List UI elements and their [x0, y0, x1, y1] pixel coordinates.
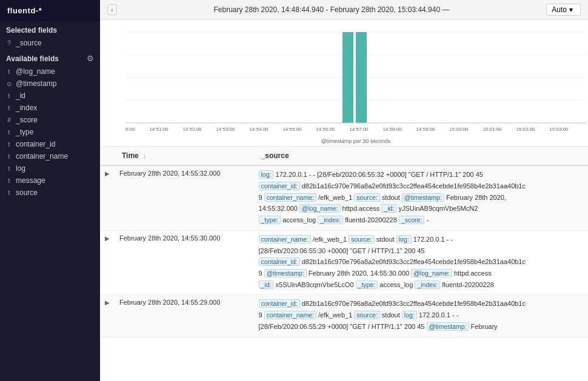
- field-type-source: ?: [6, 40, 12, 47]
- sidebar-field-type[interactable]: t _type: [0, 126, 100, 138]
- table-row: ▶ February 28th 2020, 14:55:30.000 conta…: [100, 230, 588, 295]
- app-title: fluentd-*: [0, 0, 100, 21]
- chart-wrap: 2 1.5 1 0.5 0 14:5: [107, 25, 581, 146]
- sidebar-field-container-id[interactable]: t container_id: [0, 138, 100, 150]
- time-cell-2: February 28th 2020, 14:55:30.000: [115, 230, 254, 295]
- auto-label: Auto: [552, 5, 567, 14]
- sort-arrow-icon: ↓: [142, 151, 146, 160]
- col-time-header: Time ↓: [115, 147, 254, 165]
- field-type-timestamp: ⊙: [6, 81, 12, 87]
- field-type-log: t: [6, 165, 12, 172]
- expand-cell-3[interactable]: ▶: [100, 295, 115, 337]
- expand-cell-1[interactable]: ▶: [100, 165, 115, 230]
- log-line-row2-4: 9 @timestamp: February 28th 2020, 14:55:…: [259, 268, 583, 279]
- log-line-row3-3: [28/Feb/2020:06:55:29 +0000] "GET / HTTP…: [259, 322, 583, 332]
- results-area: Time ↓ _source ▶ February 28th 2020, 14:…: [100, 147, 588, 381]
- field-name-type: _type: [16, 128, 33, 136]
- field-name-index: _index: [16, 104, 37, 112]
- field-name-log-name: @log_name: [16, 67, 55, 76]
- col-source-header: _source: [254, 147, 588, 165]
- source-cell-2: container_name: /efk_web_1 source: stdou…: [254, 230, 588, 295]
- field-name-source2: source: [16, 188, 38, 197]
- field-name-container-id: container_id: [16, 140, 55, 148]
- svg-text:@timestamp per 30 seconds: @timestamp per 30 seconds: [321, 138, 391, 144]
- container-name-badge-2: container_name:: [259, 235, 311, 244]
- id-badge-2: _id:: [259, 280, 274, 289]
- log-line-1: log: 172.20.0.1 - - [28/Feb/2020:06:55:3…: [259, 170, 583, 180]
- log-line-row2-5: _id: x5SUinAB9cqmVbe5LcO0 _type: access_…: [259, 280, 583, 290]
- sidebar: fluentd-* Selected fields ? _source Avai…: [0, 0, 100, 381]
- auto-select-dropdown[interactable]: Auto ▾: [546, 4, 581, 16]
- top-bar: ‹ February 28th 2020, 14:48:44.940 - Feb…: [100, 0, 588, 20]
- field-type-score: #: [6, 117, 12, 124]
- field-type-message: t: [6, 177, 12, 184]
- field-type-index: t: [6, 105, 12, 111]
- chart-svg: 2 1.5 1 0.5 0 14:5: [125, 25, 588, 146]
- container-name-badge-3: container_name:: [264, 311, 316, 319]
- field-type-log-name: t: [6, 68, 12, 75]
- container-name-badge-1: container_name:: [264, 193, 316, 202]
- container-id-badge-1: container_id:: [259, 182, 300, 190]
- sidebar-field-source[interactable]: ? _source: [0, 37, 100, 49]
- dropdown-arrow-icon: ▾: [569, 5, 573, 14]
- field-name-id: _id: [16, 91, 25, 100]
- log-badge-3: log:: [402, 311, 417, 319]
- timestamp-badge-3: @timestamp:: [427, 322, 469, 331]
- svg-text:14:58:00: 14:58:00: [383, 127, 402, 132]
- gear-icon[interactable]: ⚙: [87, 54, 94, 63]
- svg-text:14:56:00: 14:56:00: [316, 127, 335, 132]
- index-badge-1: _index:: [318, 216, 343, 224]
- container-id-badge-3: container_id:: [259, 299, 300, 308]
- sidebar-field-source[interactable]: t source: [0, 187, 100, 199]
- source-badge-2: source:: [349, 235, 374, 244]
- log-line-5: _type: access_log _index: fluentd-202002…: [259, 215, 583, 225]
- sidebar-field-id[interactable]: t _id: [0, 90, 100, 102]
- logname-badge-1: @log_name:: [299, 204, 341, 213]
- svg-text:14:52:00: 14:52:00: [182, 127, 202, 132]
- field-type-container-name: t: [6, 153, 12, 160]
- svg-text:14:57:00: 14:57:00: [349, 127, 369, 132]
- svg-text:14:59:00: 14:59:00: [416, 127, 435, 132]
- log-badge: log:: [259, 170, 274, 179]
- log-line-row2-2: [28/Feb/2020:06:55:30 +0000] "GET / HTTP…: [259, 246, 583, 256]
- field-name-source: _source: [16, 39, 42, 47]
- sidebar-field-timestamp[interactable]: ⊙ @timestamp: [0, 78, 100, 90]
- svg-text:15:00:00: 15:00:00: [449, 127, 469, 132]
- logname-badge-2: @log_name:: [411, 269, 452, 277]
- results-table: Time ↓ _source ▶ February 28th 2020, 14:…: [100, 147, 588, 337]
- type-badge-1: _type:: [259, 216, 281, 224]
- sidebar-field-log[interactable]: t log: [0, 162, 100, 174]
- sidebar-field-log-name[interactable]: t @log_name: [0, 65, 100, 78]
- available-fields-label: Available fields: [6, 55, 59, 63]
- chart-area: 2 1.5 1 0.5 0 14:5: [100, 20, 588, 147]
- field-type-type: t: [6, 129, 12, 136]
- field-name-message: message: [16, 176, 45, 185]
- field-name-container-name: container_name: [16, 152, 68, 161]
- time-cell-1: February 28th 2020, 14:55:32.000: [115, 165, 254, 230]
- expand-button-2[interactable]: ▶: [105, 236, 110, 242]
- time-cell-3: February 28th 2020, 14:55:29.000: [115, 295, 254, 337]
- expand-button-3[interactable]: ▶: [105, 300, 110, 306]
- log-line-row3-2: 9 container_name: /efk_web_1 source: std…: [259, 310, 583, 320]
- expand-button-1[interactable]: ▶: [105, 171, 110, 177]
- log-badge-2: log:: [396, 235, 412, 244]
- source-badge-1: source:: [354, 193, 379, 202]
- collapse-button[interactable]: ‹: [107, 4, 117, 15]
- sidebar-field-container-name[interactable]: t container_name: [0, 150, 100, 162]
- sidebar-field-score[interactable]: # _score: [0, 114, 100, 126]
- type-badge-2: _type:: [356, 280, 378, 289]
- sidebar-field-index[interactable]: t _index: [0, 102, 100, 114]
- col-expand: [100, 147, 115, 165]
- field-name-log: log: [16, 164, 25, 173]
- source-cell-3: container_id: d82b1a16c970e796a8a2e0fd93…: [254, 295, 588, 337]
- index-badge-2: _index:: [415, 280, 440, 289]
- sidebar-field-message[interactable]: t message: [0, 174, 100, 187]
- available-fields-header: Available fields ⚙: [0, 49, 100, 65]
- table-row: ▶ February 28th 2020, 14:55:29.000 conta…: [100, 295, 588, 337]
- selected-fields-label: Selected fields: [0, 21, 100, 37]
- field-name-score: _score: [16, 116, 38, 124]
- log-line-row2-1: container_name: /efk_web_1 source: stdou…: [259, 234, 583, 245]
- expand-cell-2[interactable]: ▶: [100, 230, 115, 295]
- time-range: February 28th 2020, 14:48:44.940 - Febru…: [117, 5, 547, 14]
- source-cell-1: log: 172.20.0.1 - - [28/Feb/2020:06:55:3…: [254, 165, 588, 230]
